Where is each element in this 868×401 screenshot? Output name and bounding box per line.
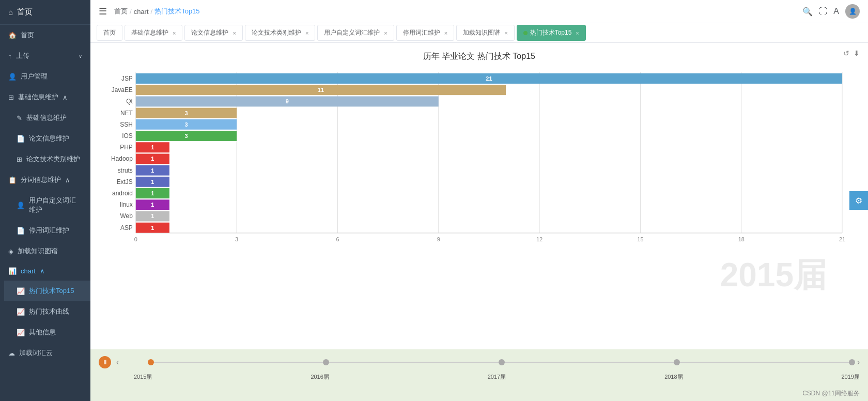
slider-track [151, 362, 851, 363]
menu-toggle-icon[interactable]: ☰ [99, 6, 107, 17]
breadcrumb-current: 热门技术Top15 [154, 7, 199, 16]
footer: CSDN @11网络服务 [90, 386, 868, 401]
home-icon2: 🏠 [8, 32, 17, 39]
tab-basic-info[interactable]: 基础信息维护 × [125, 25, 182, 41]
svg-text:android: android [112, 190, 133, 197]
user-dict-icon: 👤 [17, 202, 25, 209]
svg-text:Qt: Qt [126, 98, 133, 105]
bar-chart-svg: 036912151821JSP21JavaEE11Qt9NET3SSH3IOS3… [101, 70, 858, 245]
tab-paper-info[interactable]: 论文信息维护 × [184, 25, 242, 41]
sidebar-item-paper-info[interactable]: 📄 论文信息维护 [4, 128, 90, 149]
svg-text:9: 9 [437, 236, 440, 242]
sidebar-item-stop-word[interactable]: 📄 停用词汇维护 [4, 220, 90, 241]
pause-button[interactable]: ⏸ [99, 356, 111, 368]
tab-user-dict[interactable]: 用户自定义词汇维护 × [317, 25, 394, 41]
chart-panel: ↺ ⬇ 历年 毕业论文 热门技术 Top15 2015届 03691215182… [90, 43, 868, 349]
timeline-slider[interactable] [151, 354, 851, 370]
sidebar-logo[interactable]: ⌂ 首页 [0, 0, 90, 25]
refresh-icon[interactable]: ↺ [843, 49, 849, 57]
tab-home[interactable]: 首页 [97, 25, 122, 41]
sidebar-item-hot-trend[interactable]: 📈 热门技术曲线 [4, 301, 90, 322]
sidebar-item-user-dict[interactable]: 👤 用户自定义词汇维护 [4, 190, 90, 220]
svg-text:0: 0 [134, 236, 137, 242]
svg-text:ExtJS: ExtJS [117, 178, 133, 186]
upload-chevron: ∨ [79, 53, 82, 59]
avatar[interactable]: 👤 [845, 4, 860, 19]
graph-icon: ◈ [8, 248, 13, 255]
tab-knowledge[interactable]: 加载知识图谱 × [456, 25, 514, 41]
sidebar-basic-sub: ✎ 基础信息维护 📄 论文信息维护 ⊞ 论文技术类别维护 [0, 107, 90, 169]
search-icon[interactable]: 🔍 [802, 7, 813, 17]
download-icon[interactable]: ⬇ [854, 49, 860, 57]
tab-knowledge-close[interactable]: × [504, 30, 507, 36]
content-area: ↺ ⬇ 历年 毕业论文 热门技术 Top15 2015届 03691215182… [90, 43, 868, 401]
tabs-bar: 首页 基础信息维护 × 论文信息维护 × 论文技术类别维护 × 用户自定义词汇维… [90, 23, 868, 43]
tab-paper-tech[interactable]: 论文技术类别维护 × [245, 25, 315, 41]
font-icon[interactable]: A [833, 7, 839, 16]
header: ☰ 首页 / chart / 热门技术Top15 🔍 ⛶ A 👤 [90, 0, 868, 23]
year-label-2017: 2017届 [488, 373, 506, 381]
sidebar-item-chart[interactable]: 📊 chart ∧ [0, 261, 90, 281]
sidebar-item-paper-tech[interactable]: ⊞ 论文技术类别维护 [4, 149, 90, 169]
sidebar-item-user-mgmt[interactable]: 👤 用户管理 [0, 66, 90, 87]
svg-text:6: 6 [336, 236, 339, 242]
svg-text:SSH: SSH [120, 121, 133, 128]
footer-text: CSDN @11网络服务 [802, 390, 860, 397]
cloud-icon: ☁ [8, 349, 15, 357]
edit-icon: ✎ [17, 114, 22, 122]
sidebar-item-word-info[interactable]: 📋 分词信息维护 ∧ [0, 169, 90, 190]
breadcrumb: 首页 / chart / 热门技术Top15 [114, 7, 200, 16]
svg-text:IOS: IOS [122, 132, 133, 140]
tab-hot-top15[interactable]: 热门技术Top15 × [517, 25, 586, 41]
sidebar-item-home[interactable]: 🏠 首页 [0, 25, 90, 45]
header-right: 🔍 ⛶ A 👤 [802, 4, 860, 19]
tab-stop-word[interactable]: 停用词汇维护 × [396, 25, 454, 41]
settings-button[interactable]: ⚙ [849, 191, 868, 210]
home-icon: ⌂ [8, 8, 13, 17]
svg-text:15: 15 [637, 236, 643, 242]
chart-chevron: ∧ [40, 267, 45, 275]
tab-paper-info-close[interactable]: × [233, 30, 236, 36]
tab-paper-tech-close[interactable]: × [305, 30, 308, 36]
svg-text:1: 1 [151, 144, 154, 150]
svg-text:linux: linux [120, 201, 133, 208]
sidebar-item-load-word-cloud[interactable]: ☁ 加载词汇云 [0, 343, 90, 363]
main-area: ☰ 首页 / chart / 热门技术Top15 🔍 ⛶ A 👤 首页 基础信息… [90, 0, 868, 401]
slider-dot-2016[interactable] [323, 359, 329, 365]
svg-text:18: 18 [738, 236, 745, 242]
chart-icon: 📊 [8, 267, 17, 275]
sidebar: ⌂ 首页 🏠 首页 ↑ 上传 ∨ 👤 用户管理 ⊞ 基础信息维护 ∧ ✎ 基础信… [0, 0, 90, 401]
svg-text:9: 9 [286, 98, 289, 104]
slider-dot-2019[interactable] [849, 359, 855, 365]
tab-user-dict-close[interactable]: × [384, 30, 387, 36]
breadcrumb-home[interactable]: 首页 [114, 7, 128, 16]
year-label-2015: 2015届 [134, 373, 152, 381]
year-label-2016: 2016届 [311, 373, 329, 381]
next-button[interactable]: › [857, 358, 860, 367]
year-label-2019: 2019届 [842, 373, 860, 381]
sidebar-item-knowledge[interactable]: ◈ 加载知识图谱 [0, 241, 90, 261]
tab-basic-info-close[interactable]: × [173, 30, 176, 36]
breadcrumb-chart[interactable]: chart [134, 8, 149, 16]
fullscreen-icon[interactable]: ⛶ [819, 7, 827, 16]
word-chevron: ∧ [65, 176, 70, 184]
tab-stop-word-close[interactable]: × [444, 30, 447, 36]
user-icon: 👤 [8, 73, 17, 81]
sidebar-item-basic-info-sub[interactable]: ✎ 基础信息维护 [4, 107, 90, 128]
slider-dot-2015[interactable] [148, 359, 154, 365]
svg-text:1: 1 [151, 156, 154, 162]
stop-icon: 📄 [17, 227, 25, 235]
slider-dot-2017[interactable] [499, 359, 505, 365]
slider-dot-2018[interactable] [674, 359, 680, 365]
sidebar-item-upload[interactable]: ↑ 上传 ∨ [0, 45, 90, 66]
sidebar-item-hot-top15[interactable]: 📈 热门技术Top15 [4, 281, 90, 301]
tab-hot-top15-close[interactable]: × [576, 30, 579, 36]
sidebar-item-other-info[interactable]: 📈 其他信息 [4, 322, 90, 343]
hot-trend-icon: 📈 [17, 308, 25, 316]
prev-button[interactable]: ‹ [116, 358, 119, 367]
svg-text:3: 3 [235, 236, 238, 242]
svg-text:3: 3 [184, 121, 188, 128]
svg-text:1: 1 [151, 213, 154, 219]
grid-icon: ⊞ [8, 94, 14, 101]
sidebar-item-basic-info[interactable]: ⊞ 基础信息维护 ∧ [0, 87, 90, 107]
